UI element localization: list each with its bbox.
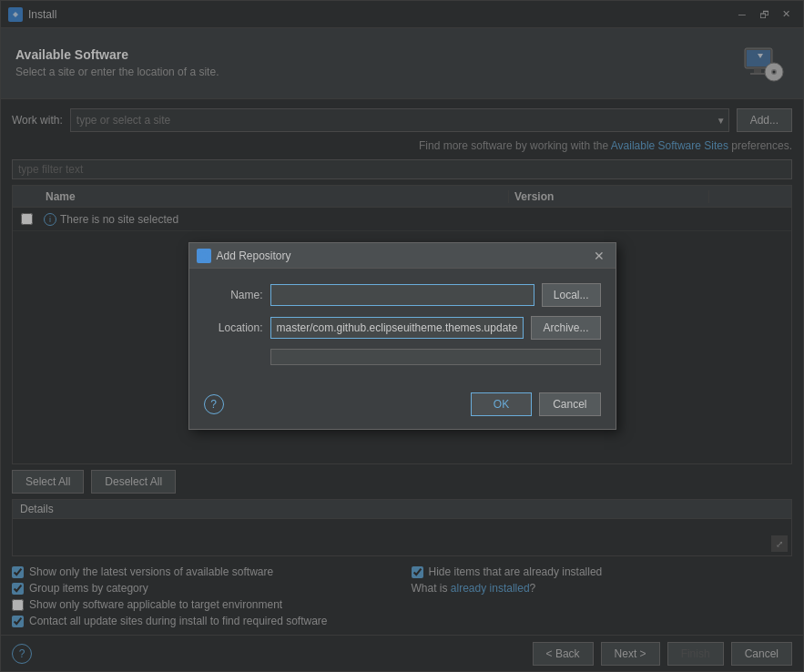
dialog-progress-bar [270, 349, 601, 365]
dialog-close-button[interactable]: ✕ [590, 247, 608, 265]
add-repository-dialog: Add Repository ✕ Name: Local... Location… [188, 242, 616, 430]
dialog-name-label: Name: [204, 289, 263, 301]
dialog-location-label: Location: [204, 321, 263, 334]
dialog-progress-row [204, 349, 601, 365]
dialog-body: Name: Local... Location: Archive... [189, 269, 616, 385]
dialog-archive-button[interactable]: Archive... [531, 316, 600, 340]
dialog-help-button[interactable]: ? [204, 394, 224, 414]
modal-overlay: Add Repository ✕ Name: Local... Location… [0, 0, 804, 672]
dialog-local-button[interactable]: Local... [542, 283, 601, 307]
dialog-name-row: Name: Local... [204, 283, 601, 307]
dialog-footer: ? OK Cancel [189, 385, 616, 429]
dialog-location-input[interactable] [270, 317, 524, 339]
dialog-icon [197, 249, 211, 263]
dialog-title: Add Repository [217, 249, 590, 262]
dialog-title-bar: Add Repository ✕ [189, 243, 616, 269]
dialog-cancel-button[interactable]: Cancel [539, 392, 600, 416]
dialog-name-input[interactable] [270, 284, 534, 306]
dialog-location-row: Location: Archive... [204, 316, 601, 340]
dialog-ok-button[interactable]: OK [471, 392, 532, 416]
svg-point-9 [200, 252, 208, 260]
